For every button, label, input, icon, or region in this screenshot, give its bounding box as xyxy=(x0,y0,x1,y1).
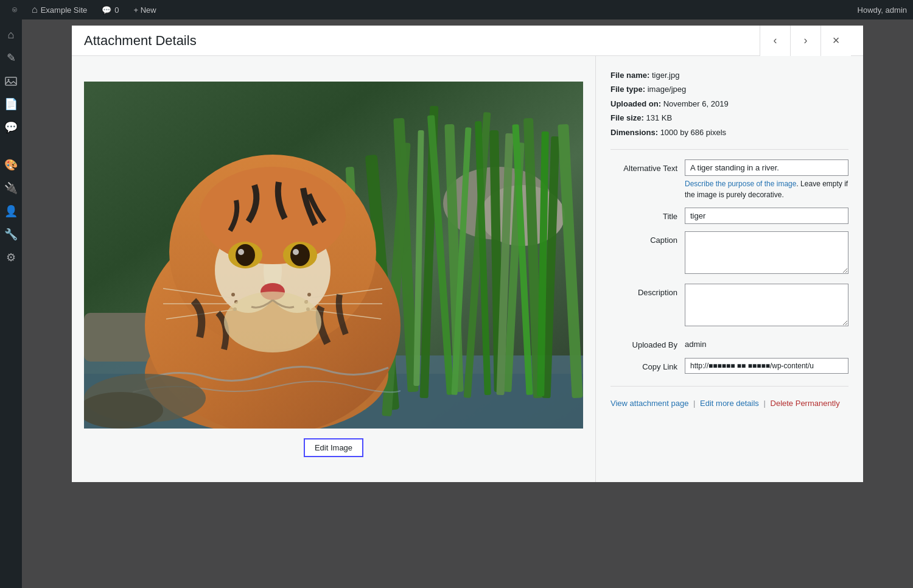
comments-link[interactable]: 💬 0 xyxy=(96,0,125,19)
description-label: Description xyxy=(610,284,677,298)
site-name[interactable]: ⌂ Example Site xyxy=(26,0,93,19)
alt-text-help-link[interactable]: Describe the purpose of the image xyxy=(685,180,796,188)
edit-image-wrap: Edit Image xyxy=(304,438,363,457)
alt-text-row: Alternative Text Describe the purpose of… xyxy=(610,159,848,200)
new-content[interactable]: + New xyxy=(128,0,163,19)
modal-overlay: Attachment Details ‹ › × xyxy=(22,19,913,588)
description-row: Description xyxy=(610,284,848,329)
copy-link-row: Copy Link xyxy=(610,358,848,374)
title-label: Title xyxy=(610,208,677,222)
caption-field xyxy=(685,231,848,276)
description-textarea[interactable] xyxy=(685,284,848,326)
details-panel: File name: tiger.jpg File type: image/jp… xyxy=(595,56,863,482)
main-content: Attachment Details ‹ › × xyxy=(22,19,913,588)
alt-text-field: Describe the purpose of the image. Leave… xyxy=(685,159,848,200)
modal-header: Attachment Details ‹ › × xyxy=(72,26,863,56)
modal-body: Edit Image File name: tiger.jpg File typ… xyxy=(72,56,863,482)
uploaded-on-row: Uploaded on: November 6, 2019 xyxy=(610,97,848,111)
title-field xyxy=(685,208,848,224)
sidebar-icon-posts[interactable]: ✎ xyxy=(0,47,22,68)
svg-point-54 xyxy=(224,292,321,352)
svg-point-34 xyxy=(200,167,346,264)
admin-bar: W ⌂ Example Site 💬 0 + New Howdy, admin xyxy=(0,0,913,19)
modal-navigation: ‹ › × xyxy=(760,26,851,56)
dimensions-row: Dimensions: 1000 by 686 pixels xyxy=(610,125,848,139)
svg-point-37 xyxy=(236,244,255,266)
copy-link-field xyxy=(685,358,848,374)
caption-row: Caption xyxy=(610,231,848,276)
sidebar-icon-settings[interactable]: ⚙ xyxy=(0,247,22,268)
svg-point-40 xyxy=(293,249,299,255)
uploaded-by-value: admin xyxy=(685,336,848,349)
edit-image-button[interactable]: Edit Image xyxy=(304,438,363,457)
admin-bar-left: W ⌂ Example Site 💬 0 + New xyxy=(6,0,858,19)
description-field xyxy=(685,284,848,329)
separator-1: | xyxy=(693,399,695,408)
svg-point-42 xyxy=(231,293,235,296)
sidebar-icon-pages[interactable]: 📄 xyxy=(0,94,22,114)
alt-text-help: Describe the purpose of the image. Leave… xyxy=(685,178,848,200)
alt-text-label: Alternative Text xyxy=(610,159,677,174)
sidebar: ⌂ ✎ 📄 💬 🎨 🔌 👤 🔧 ⚙ xyxy=(0,19,22,588)
next-attachment-button[interactable]: › xyxy=(790,26,820,56)
delete-permanently-link[interactable]: Delete Permanently xyxy=(771,399,840,408)
copy-link-input[interactable] xyxy=(685,358,848,374)
uploaded-by-field: admin xyxy=(685,336,848,349)
alt-text-input[interactable] xyxy=(685,159,848,176)
close-modal-button[interactable]: × xyxy=(820,26,851,56)
attachment-modal: Attachment Details ‹ › × xyxy=(72,26,863,482)
file-name-row: File name: tiger.jpg xyxy=(610,68,848,82)
sidebar-icon-plugins[interactable]: 🔌 xyxy=(0,178,22,198)
separator-2: | xyxy=(764,399,766,408)
prev-attachment-button[interactable]: ‹ xyxy=(760,26,790,56)
image-container xyxy=(84,82,583,429)
sidebar-icon-appearance[interactable]: 🎨 xyxy=(0,155,22,175)
file-type-row: File type: image/jpeg xyxy=(610,82,848,96)
modal-title: Attachment Details xyxy=(84,33,760,49)
sidebar-icon-media[interactable] xyxy=(0,71,22,91)
caption-textarea[interactable] xyxy=(685,231,848,274)
file-info: File name: tiger.jpg File type: image/jp… xyxy=(610,68,848,150)
svg-rect-2 xyxy=(5,77,16,85)
title-row: Title xyxy=(610,208,848,224)
svg-point-45 xyxy=(307,293,311,296)
edit-more-details-link[interactable]: Edit more details xyxy=(700,399,759,408)
svg-text:W: W xyxy=(13,9,16,12)
uploaded-by-row: Uploaded By admin xyxy=(610,336,848,351)
view-attachment-link[interactable]: View attachment page xyxy=(610,399,688,408)
svg-point-39 xyxy=(238,249,244,255)
sidebar-icon-tools[interactable]: 🔧 xyxy=(0,224,22,245)
tiger-image xyxy=(84,82,583,429)
svg-point-38 xyxy=(290,244,310,266)
title-input[interactable] xyxy=(685,208,848,224)
sidebar-icon-users[interactable]: 👤 xyxy=(0,201,22,222)
wp-logo[interactable]: W xyxy=(6,0,23,19)
copy-link-label: Copy Link xyxy=(610,358,677,373)
attachment-actions: View attachment page | Edit more details… xyxy=(610,386,848,410)
sidebar-icon-dashboard[interactable]: ⌂ xyxy=(0,24,22,45)
sidebar-icon-comments[interactable]: 💬 xyxy=(0,117,22,138)
image-panel: Edit Image xyxy=(72,56,595,482)
caption-label: Caption xyxy=(610,231,677,246)
uploaded-by-label: Uploaded By xyxy=(610,336,677,351)
file-size-row: File size: 131 KB xyxy=(610,111,848,125)
howdy-text: Howdy, admin xyxy=(858,5,907,15)
